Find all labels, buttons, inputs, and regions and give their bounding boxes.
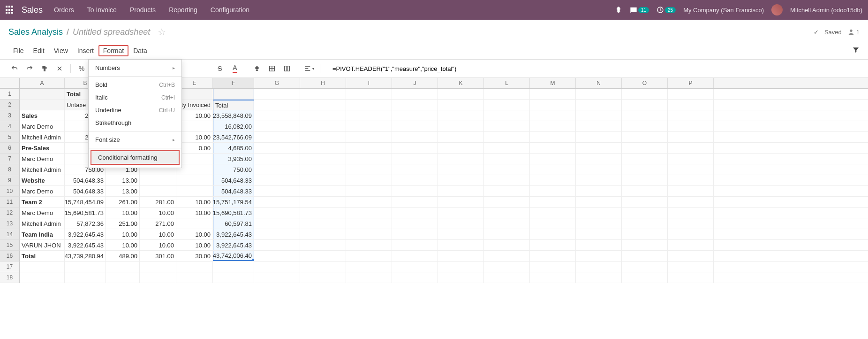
company-selector[interactable]: My Company (San Francisco) [683,7,764,14]
cell[interactable] [484,272,530,283]
cell[interactable] [346,132,392,142]
cell[interactable]: 16,082.00 [213,121,254,131]
cell[interactable] [668,132,714,142]
cell[interactable]: Team 2 [20,197,65,207]
borders-button[interactable] [266,62,278,75]
cell[interactable] [438,143,484,153]
col-header-l[interactable]: L [484,78,530,88]
cell[interactable] [346,175,392,185]
cell[interactable] [300,121,346,131]
cell[interactable]: 10.00 [176,240,213,250]
favorite-icon[interactable]: ☆ [158,26,166,38]
cell[interactable] [438,218,484,229]
cell[interactable] [576,251,622,261]
cell[interactable]: 43,739,280.94 [65,251,106,261]
cell[interactable] [300,208,346,218]
cell[interactable] [300,164,346,175]
cell[interactable] [484,186,530,196]
activity-icon[interactable]: 25 [657,6,676,14]
cell[interactable]: Mitchell Admin [20,132,65,142]
cell[interactable] [140,175,176,185]
row-header[interactable]: 17 [0,262,20,272]
cell[interactable] [254,272,300,283]
cell[interactable] [668,251,714,261]
cell[interactable]: Sales [20,110,65,121]
cell[interactable] [484,100,530,110]
cell[interactable]: 15,690,581.73 [213,208,254,218]
cell[interactable]: 10.00 [140,229,176,239]
cell[interactable] [346,218,392,229]
cell[interactable] [346,110,392,121]
cell[interactable]: 750.00 [213,164,254,175]
col-header-p[interactable]: P [668,78,714,88]
cell[interactable]: Mitchell Admin [20,164,65,175]
cell[interactable]: 3,922,645.43 [213,240,254,250]
dd-underline[interactable]: Underline Ctrl+U [89,104,181,116]
cell[interactable] [484,121,530,131]
cell[interactable] [484,262,530,272]
cell[interactable] [392,251,438,261]
nav-orders[interactable]: Orders [54,6,74,14]
cell[interactable]: 504,648.33 [65,175,106,185]
cell[interactable]: Mitchell Admin [20,218,65,229]
cell[interactable] [176,262,213,272]
cell[interactable] [140,186,176,196]
cell[interactable] [668,175,714,185]
merge-button[interactable] [281,62,293,75]
menu-edit[interactable]: Edit [29,45,49,56]
cell[interactable] [438,89,484,99]
cell[interactable] [438,175,484,185]
cell[interactable] [392,208,438,218]
cell[interactable] [300,186,346,196]
cell[interactable] [484,164,530,175]
cell[interactable]: 43,742,006.40 [213,251,254,261]
cell[interactable] [300,272,346,283]
cell[interactable] [65,272,106,283]
col-header-a[interactable]: A [20,78,65,88]
cell[interactable] [254,143,300,153]
row-header[interactable]: 11 [0,197,20,208]
cell[interactable] [300,175,346,185]
cell[interactable] [392,197,438,207]
cell[interactable] [346,143,392,153]
cell[interactable] [530,272,576,283]
cell[interactable] [484,251,530,261]
cell[interactable] [576,164,622,175]
cell[interactable] [530,110,576,121]
cell[interactable]: 57,872.36 [65,218,106,229]
cell[interactable]: 261.00 [106,197,140,207]
col-header-j[interactable]: J [392,78,438,88]
cell[interactable]: 10.00 [106,240,140,250]
cell[interactable] [484,175,530,185]
cell[interactable] [484,110,530,121]
cell[interactable] [484,240,530,250]
cell[interactable] [668,208,714,218]
cell[interactable] [668,218,714,229]
cell[interactable] [20,262,65,272]
select-all-corner[interactable] [0,78,20,88]
cell[interactable] [530,251,576,261]
cell[interactable] [530,89,576,99]
dd-conditional-formatting[interactable]: Conditional formatting [91,150,180,165]
cell[interactable] [438,154,484,164]
cell[interactable] [622,175,668,185]
percent-button[interactable]: % [75,62,88,75]
col-header-g[interactable]: G [254,78,300,88]
cell[interactable]: Marc Demo [20,154,65,164]
cell[interactable] [300,143,346,153]
cell[interactable]: 3,935.00 [213,154,254,164]
cell[interactable]: Team India [20,229,65,239]
cell[interactable]: 15,748,454.09 [65,197,106,207]
cell[interactable] [254,89,300,99]
cell[interactable] [576,262,622,272]
debug-icon[interactable] [615,6,622,14]
cell[interactable] [346,272,392,283]
dd-bold[interactable]: Bold Ctrl+B [89,78,181,91]
cell[interactable]: VARUN JHON [20,240,65,250]
cell[interactable] [176,175,213,185]
cell[interactable] [622,251,668,261]
cell[interactable] [392,154,438,164]
cell[interactable] [254,132,300,142]
row-header[interactable]: 7 [0,154,20,164]
cell[interactable] [622,229,668,239]
